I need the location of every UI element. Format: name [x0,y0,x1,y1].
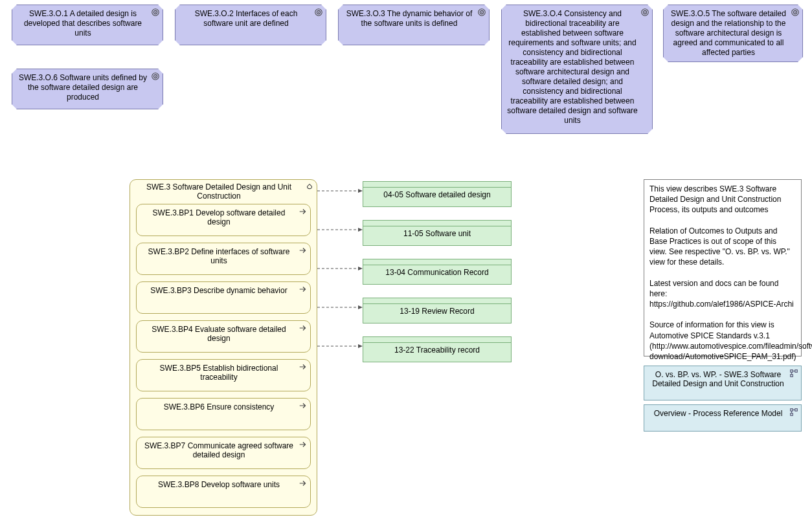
output-4[interactable]: 13-19 Review Record [363,298,512,323]
svg-point-8 [481,12,482,13]
base-practice-label: SWE.3.BP5 Establish bidirectional tracea… [160,364,278,382]
base-practice-label: SWE.3.BP7 Communicate agreed software de… [144,441,293,459]
output-5[interactable]: 13-22 Traceability record [363,336,512,362]
base-practice-3[interactable]: SWE.3.BP3 Describe dynamic behavior [136,281,311,314]
outcome-label: SWE.3.O.3 The dynamic behavior of the so… [346,9,473,28]
svg-point-17 [155,76,156,77]
arrow-right-icon [299,479,308,488]
svg-rect-22 [795,409,798,411]
view-link-1[interactable]: O. vs. BP. vs. WP. - SWE.3 Software Deta… [644,366,802,400]
svg-rect-19 [795,370,798,373]
arrow-right-icon [299,285,308,294]
output-header-bar [363,337,511,343]
outcome-1[interactable]: SWE.3.O.1 A detailed design is developed… [12,5,163,45]
svg-point-14 [795,12,796,13]
output-label: 11-05 Software unit [363,226,511,241]
base-practice-label: SWE.3.BP3 Describe dynamic behavior [150,286,287,295]
svg-rect-23 [791,413,793,416]
base-practice-label: SWE.3.BP4 Evaluate software detailed des… [152,325,286,343]
base-practice-7[interactable]: SWE.3.BP7 Communicate agreed software de… [136,437,311,469]
output-label: 13-04 Communication Record [363,265,511,279]
base-practice-label: SWE.3.BP8 Develop software units [158,480,280,489]
view-link-label: Overview - Process Reference Model [654,409,783,418]
svg-point-5 [318,12,319,13]
output-header-bar [363,182,511,188]
outcome-3[interactable]: SWE.3.O.3 The dynamic behavior of the so… [338,5,490,45]
outcome-label: SWE.3.O.4 Consistency and bidirectional … [507,9,637,125]
view-link-2[interactable]: Overview - Process Reference Model [644,404,802,432]
output-3[interactable]: 13-04 Communication Record [363,259,512,285]
view-icon [789,408,798,417]
view-link-label: O. vs. BP. vs. WP. - SWE.3 Software Deta… [652,370,784,388]
base-practice-6[interactable]: SWE.3.BP6 Ensure consistency [136,398,311,430]
output-label: 04-05 Software detailed design [363,188,511,202]
output-header-bar [363,221,511,226]
outcome-4[interactable]: SWE.3.O.4 Consistency and bidirectional … [501,5,653,134]
description-note: This view describes SWE.3 Software Detai… [644,179,802,356]
output-label: 13-19 Review Record [363,304,511,318]
target-icon [640,8,649,17]
outcome-2[interactable]: SWE.3.O.2 Interfaces of each software un… [175,5,326,45]
output-1[interactable]: 04-05 Software detailed design [363,181,512,207]
arrow-right-icon [299,246,308,255]
arrow-right-icon [299,401,308,410]
target-icon [151,72,160,81]
target-icon [791,8,800,17]
target-icon [477,8,486,17]
outcome-6[interactable]: SWE.3.O.6 Software units defined by the … [12,69,163,109]
target-icon [314,8,323,17]
outcome-label: SWE.3.O.6 Software units defined by the … [19,73,147,102]
base-practice-2[interactable]: SWE.3.BP2 Define interfaces of software … [136,243,311,275]
base-practice-1[interactable]: SWE.3.BP1 Develop software detailed desi… [136,204,311,236]
base-practice-8[interactable]: SWE.3.BP8 Develop software units [136,476,311,508]
output-header-bar [363,298,511,304]
svg-rect-21 [791,409,793,411]
arrow-right-icon [299,440,308,449]
outcome-label: SWE.3.O.1 A detailed design is developed… [24,9,142,38]
base-practice-label: SWE.3.BP1 Develop software detailed desi… [153,208,286,226]
capability-title: SWE.3 Software Detailed Design and Unit … [135,182,302,201]
target-icon [151,8,160,17]
outcome-label: SWE.3.O.2 Interfaces of each software un… [195,9,298,28]
nest-icon [305,182,314,192]
svg-rect-18 [791,370,793,373]
arrow-right-icon [299,323,308,333]
svg-point-11 [644,12,646,13]
svg-rect-20 [791,375,793,377]
base-practice-label: SWE.3.BP2 Define interfaces of software … [148,247,290,265]
base-practice-4[interactable]: SWE.3.BP4 Evaluate software detailed des… [136,320,311,353]
arrow-right-icon [299,207,308,216]
svg-point-2 [155,12,156,13]
arrow-right-icon [299,362,308,371]
base-practice-label: SWE.3.BP6 Ensure consistency [164,402,275,411]
output-header-bar [363,259,511,265]
outcome-label: SWE.3.O.5 The software detailed design a… [671,9,786,57]
base-practice-5[interactable]: SWE.3.BP5 Establish bidirectional tracea… [136,359,311,391]
view-icon [789,369,798,378]
output-2[interactable]: 11-05 Software unit [363,220,512,246]
output-label: 13-22 Traceability record [363,343,511,357]
outcome-5[interactable]: SWE.3.O.5 The software detailed design a… [663,5,803,62]
